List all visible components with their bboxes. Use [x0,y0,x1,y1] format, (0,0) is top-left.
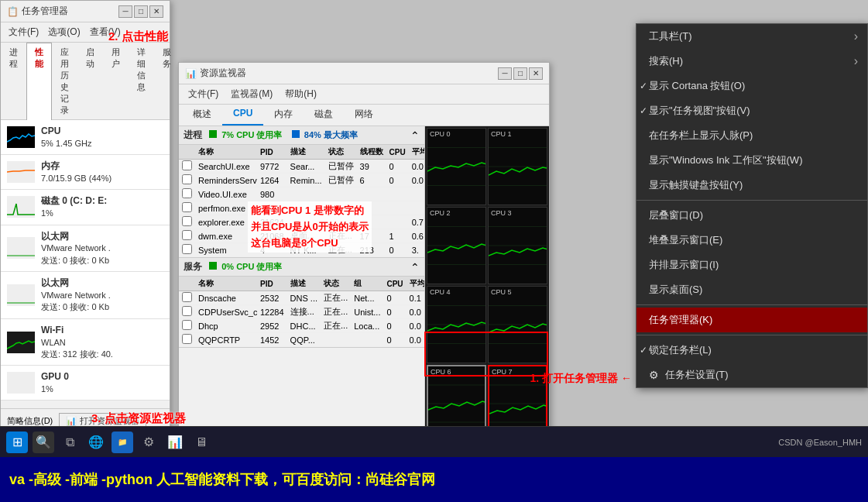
ctx-lock-taskbar[interactable]: 锁定任务栏(L) [636,338,867,363]
tab-process[interactable]: 进程 [1,43,26,119]
svc-checkbox-0[interactable] [182,292,192,302]
memory-mini-graph [7,161,35,183]
table-row[interactable]: Dhcp 2952 DHC... 正在... Loca... 0 0.0 [179,319,425,333]
sidebar-item-cpu[interactable]: CPU 5% 1.45 GHz [1,120,170,155]
taskbar-icon-5[interactable]: 🖥 [190,432,212,453]
rm-menu-help[interactable]: 帮助(H) [279,86,323,102]
rm-tab-network[interactable]: 网络 [344,105,384,126]
proc-checkbox-4[interactable] [182,216,192,226]
rm-menu-monitor[interactable]: 监视器(M) [225,86,279,102]
svc-col-status[interactable]: 状态 [321,277,351,291]
ctx-taskbar-settings[interactable]: ⚙ 任务栏设置(T) [636,363,867,387]
rm-tab-disk[interactable]: 磁盘 [304,105,344,126]
tm-menu-view[interactable]: 查看(V) [85,24,125,40]
services-collapse-icon[interactable]: ⌃ [410,261,420,273]
cpu-graph-1: CPU 1 [488,128,547,205]
taskbar-start-button[interactable]: ⊞ [6,432,28,453]
rm-tab-memory[interactable]: 内存 [263,105,304,126]
ctx-side-by-side[interactable]: 并排显示窗口(I) [636,253,867,277]
tab-users[interactable]: 用户 [103,43,129,119]
rm-minimize-button[interactable]: ─ [498,67,512,80]
svc-col-pid[interactable]: PID [257,277,287,291]
processes-collapse-icon[interactable]: ⌃ [410,129,420,142]
svc-col-avg[interactable]: 平均 [407,277,425,291]
services-header[interactable]: 服务 0% CPU 使用率 ⌃ [179,258,424,277]
ctx-task-view[interactable]: 显示"任务视图"按钮(V) [636,98,867,123]
proc-checkbox-1[interactable] [182,174,192,184]
proc-col-desc[interactable]: 描述 [287,145,325,160]
table-row[interactable]: explorer.exe 21624 0.7 [179,215,425,229]
ctx-show-desktop[interactable]: 显示桌面(S) [636,277,867,302]
proc-checkbox-2[interactable] [182,188,192,198]
tm-menu-file[interactable]: 文件(F) [4,24,43,40]
svc-col-name[interactable]: 名称 [195,277,257,291]
svc-checkbox-2[interactable] [182,320,192,330]
ctx-stack[interactable]: 堆叠显示窗口(E) [636,228,867,253]
proc-checkbox-6[interactable] [182,244,192,254]
ctx-people[interactable]: 在任务栏上显示人脉(P) [636,123,867,148]
table-row[interactable]: System 4 NT K... 正在... 213 0 3. [179,243,425,257]
proc-col-threads[interactable]: 线程数 [357,145,386,160]
rm-maximize-button[interactable]: □ [513,67,527,80]
table-row[interactable]: perfmon.exe 5724 [179,201,425,215]
tab-services[interactable]: 服务 [154,43,180,119]
sidebar-item-gpu[interactable]: GPU 0 1% [1,366,170,401]
taskbar-icon-1[interactable]: 🌐 [85,432,107,453]
ctx-toolbar[interactable]: 工具栏(T) [636,24,867,49]
rm-close-button[interactable]: ✕ [529,67,543,80]
taskbar-search-button[interactable]: 🔍 [33,432,54,453]
tab-history[interactable]: 应用历史记录 [52,43,77,119]
tab-performance[interactable]: 性能 [26,43,52,120]
taskbar-icon-3[interactable]: ⚙ [138,432,160,453]
ctx-cascade[interactable]: 层叠窗口(D) [636,203,867,228]
table-row[interactable]: QQPCRTP 1452 QQP... 0 0.0 [179,333,425,347]
table-row[interactable]: Video.UI.exe 980 [179,187,425,201]
cpu-graph-0: CPU 0 [427,128,486,205]
ctx-task-manager[interactable]: 任务管理器(K) [636,308,867,332]
proc-col-name[interactable]: 名称 [195,145,257,160]
table-row[interactable]: RemindersServer.exe 1264 Remin... 已暂停 6 … [179,174,425,187]
sidebar-item-wifi[interactable]: Wi-Fi WLAN 发送: 312 接收: 40. [1,319,170,366]
svc-col-group[interactable]: 组 [351,277,383,291]
sidebar-item-memory[interactable]: 内存 7.0/15.9 GB (44%) [1,155,170,190]
task-manager-window: 📋 任务管理器 ─ □ ✕ 文件(F) 选项(O) 查看(V) 进程 性能 应用… [0,0,170,434]
proc-col-avg[interactable]: 平均 [409,145,425,160]
tab-startup[interactable]: 启动 [77,43,103,119]
tab-details[interactable]: 详细信息 [129,43,154,119]
simple-info-label[interactable]: 简略信息(D) [7,415,53,427]
table-row[interactable]: dwm.exe 21068 桌面... 正在... 17 1 0.6 [179,229,425,243]
taskbar-icon-4[interactable]: 📊 [164,432,186,453]
rm-menu-file[interactable]: 文件(F) [182,86,225,102]
table-row[interactable]: SearchUI.exe 9772 Sear... 已暂停 39 0 0.0 [179,160,425,174]
maximize-button[interactable]: □ [134,5,148,18]
tm-sidebar: CPU 5% 1.45 GHz 内存 7.0/15.9 GB (44%) [1,120,170,401]
minimize-button[interactable]: ─ [118,5,132,18]
proc-col-cpu[interactable]: CPU [386,145,409,160]
table-row[interactable]: CDPUserSvc_cd401b5e 12284 连接... 正在... Un… [179,305,425,319]
proc-col-status[interactable]: 状态 [325,145,357,160]
svc-col-cpu[interactable]: CPU [383,277,406,291]
taskbar-icons: ⊞ 🔍 ⧉ 🌐 📁 ⚙ 📊 🖥 [0,432,218,453]
svc-checkbox-3[interactable] [182,334,192,344]
svc-checkbox-1[interactable] [182,306,192,316]
proc-checkbox-0[interactable] [182,160,192,170]
sidebar-item-ethernet2[interactable]: 以太网 VMware Network . 发送: 0 接收: 0 Kb [1,272,170,319]
taskbar-task-view-button[interactable]: ⧉ [59,432,81,453]
close-button[interactable]: ✕ [149,5,163,18]
proc-col-pid[interactable]: PID [257,145,287,160]
ctx-cortana[interactable]: 显示 Cortana 按钮(O) [636,74,867,98]
tm-menu-options[interactable]: 选项(O) [43,24,84,40]
ctx-touch-keyboard[interactable]: 显示触摸键盘按钮(Y) [636,173,867,198]
ctx-search[interactable]: 搜索(H) [636,49,867,74]
sidebar-item-disk[interactable]: 磁盘 0 (C: D: E: 1% [1,190,170,225]
processes-header[interactable]: 进程 7% CPU 使用率 84% 最大频率 ⌃ [179,126,424,145]
sidebar-item-ethernet1[interactable]: 以太网 VMware Network . 发送: 0 接收: 0 Kb [1,225,170,273]
svc-col-desc[interactable]: 描述 [287,277,321,291]
ctx-ink[interactable]: 显示"Windows Ink 工作区"按钮(W) [636,148,867,173]
rm-tab-overview[interactable]: 概述 [182,105,222,126]
rm-tab-cpu[interactable]: CPU [222,105,263,126]
taskbar-icon-2[interactable]: 📁 [112,432,133,453]
proc-checkbox-3[interactable] [182,202,192,212]
table-row[interactable]: Dnscache 2532 DNS ... 正在... Net... 0 0.1 [179,291,425,305]
proc-checkbox-5[interactable] [182,230,192,240]
